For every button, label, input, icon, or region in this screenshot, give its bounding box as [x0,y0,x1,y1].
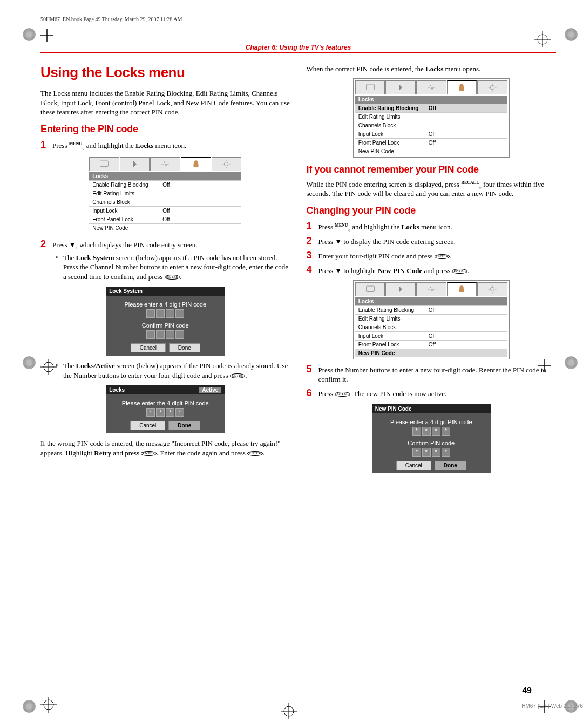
svg-rect-18 [100,161,109,167]
menu-row-label: Edit Rating Limits [358,114,429,120]
crosshair-tr [534,31,551,47]
menu-tab-icon [355,80,385,94]
body-text: While the PIN code entering screen is di… [307,180,462,188]
dialog-title-right: Active [199,387,221,393]
bullet-lock-system: • The Lock System screen (below) appears… [56,253,290,282]
bullet-dot-icon: • [56,253,63,262]
menu-title: Locks [355,297,507,305]
step-number: 1 [307,221,318,232]
menu-tab-icon [385,80,416,94]
menu-tab-icon [89,157,119,171]
menu-row-value [162,190,184,196]
crop-circle-tl [23,28,36,41]
menu-row-value: Off [162,182,184,188]
menu-rows: Enable Rating BlockingOffEdit Rating Lim… [355,104,507,155]
menu-row-label: Front Panel Lock [358,140,429,146]
menu-row-label: Enable Rating Blocking [358,307,429,313]
change-step-6: 6 Press ENTER. The new PIN code is now a… [307,387,557,399]
step-text: Press [318,223,335,231]
footer-code: HM67 (E/F) Web 213:276 [521,703,583,709]
bold-word: New PIN Code [378,267,422,275]
new-pin-dialog: New PIN Code Please enter a 4 digit PIN … [372,404,491,473]
menu-row-value [429,123,450,128]
menu-row: New PIN Code [355,147,507,155]
svg-rect-20 [366,84,374,90]
crop-circle-ml [23,356,36,369]
menu-row: Enable Rating BlockingOff [355,104,507,112]
dialog-prompt: Confirm PIN code [375,440,487,446]
step-text: Press [52,141,69,149]
step-number: 6 [307,387,318,399]
locks-menu-screenshot-1: Locks Enable Rating BlockingOffEdit Rati… [87,155,243,234]
body-text: When the correct PIN code is entered, th… [307,65,426,73]
menu-row-value: Off [429,342,450,348]
menu-tab-icon [416,282,446,296]
dialog-prompt: Please enter a 4 digit PIN code [375,419,487,425]
dialog-prompt: Confirm PIN code [109,322,221,329]
step-2: 2 Press ▼, which displays the PIN code e… [40,239,290,250]
step-number: 3 [307,250,318,261]
menu-row-label: Input Lock [92,208,162,214]
svg-point-23 [490,287,494,291]
menu-row: Channels Block [355,323,507,331]
crop-circle-tr [565,28,578,41]
crop-circle-bl [23,700,36,713]
crosshair-bl [40,697,57,713]
menu-row-label: Edit Rating Limits [92,190,162,196]
pin-entry-boxes [109,408,221,417]
pin-confirm-boxes [375,448,487,457]
bullet-locks-active: • The Locks/Active screen (below) appear… [56,361,290,380]
crosshair-ml [40,359,57,375]
forgot-pin-paragraph: While the PIN code entering screen is di… [307,180,557,199]
menu-row: Edit Rating Limits [89,189,241,198]
menu-row-value [429,350,450,356]
wrong-pin-paragraph: If the wrong PIN code is entered, the me… [40,439,290,458]
chapter-title: Chapter 6: Using the TV's features [40,44,556,51]
section-heading: Using the Locks menu [40,64,290,81]
step-1: 1 Press MENU○ and highlight the Locks me… [40,139,290,151]
cancel-button: Cancel [130,421,165,430]
subheading-changing-pin: Changing your PIN code [307,205,557,216]
pin-confirm-boxes [109,330,221,339]
step-text: Press ▼ to display the PIN code entering… [318,235,456,247]
menu-rows: Enable Rating BlockingOffEdit Rating Lim… [355,305,507,357]
menu-row: Channels Block [355,121,507,130]
step-text: . The new PIN code is now active. [350,390,446,398]
step-text: Press the Number buttons to enter a new … [318,364,557,384]
step-number: 2 [40,239,52,250]
page-number: 49 [522,686,532,696]
menu-row-label: Input Lock [358,131,429,137]
cross-mr [538,359,551,372]
menu-row: Front Panel LockOff [89,215,241,223]
menu-row-label: Channels Block [358,123,429,128]
step-text: and highlight the [84,141,135,149]
menu-row-label: New PIN Code [92,225,162,231]
done-button: Done [435,461,466,470]
locks-menu-screenshot-2: Locks Enable Rating BlockingOffEdit Rati… [353,78,510,158]
step-number: 5 [307,364,318,375]
menu-row-label: Channels Block [92,199,162,205]
cross-tl [40,29,53,42]
step-text: and highlight the [350,223,402,231]
body-text: menu opens. [443,65,480,73]
locks-active-dialog: LocksActive Please enter the 4 digit PIN… [106,385,225,433]
menu-row-value: Off [429,333,450,339]
menu-row-value [429,148,450,154]
menu-tab-icon [477,80,507,94]
crop-circle-mr [565,356,578,369]
menu-row-value: Off [429,307,450,313]
menu-row-label: New PIN Code [358,148,429,154]
step-text: Press ▼ to highlight [318,267,378,275]
menu-row: Front Panel LockOff [355,340,507,349]
body-text: and press [111,449,141,457]
menu-row: Enable Rating BlockingOff [355,305,507,314]
menu-row: Input LockOff [355,130,507,138]
menu-row-value [429,114,450,120]
chapter-divider [40,52,556,53]
menu-row: Input LockOff [355,331,507,340]
dialog-title-left: Locks [109,387,125,393]
recall-key-label: RECALL [461,180,479,185]
menu-row: Input LockOff [89,206,241,215]
svg-rect-22 [366,286,374,292]
enter-key-icon: ENTER [230,373,246,378]
